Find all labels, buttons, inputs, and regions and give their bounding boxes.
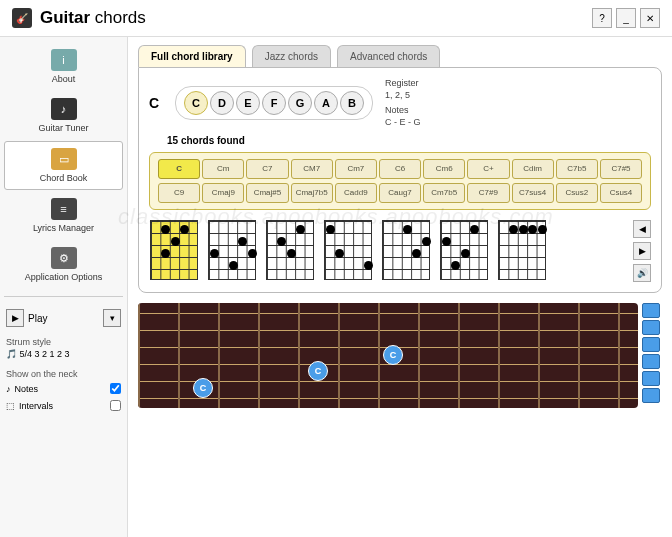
sidebar-item-lyrics[interactable]: ≡Lyrics Manager [4,192,123,239]
intervals-checkbox[interactable] [110,400,121,411]
chord-chip[interactable]: C6 [379,159,421,179]
tab-advanced[interactable]: Advanced chords [337,45,440,67]
tuner-icon: ♪ [51,98,77,120]
lyrics-icon: ≡ [51,198,77,220]
chord-chip[interactable]: Cm6 [423,159,465,179]
tab-full-library[interactable]: Full chord library [138,45,246,67]
book-icon: ▭ [51,148,77,170]
sidebar-item-about[interactable]: iAbout [4,43,123,90]
root-prefix: C [149,95,163,111]
chord-chip[interactable]: Cm7 [335,159,377,179]
fb-string-2[interactable] [642,320,660,335]
root-pill-D[interactable]: D [210,91,234,115]
chord-diagram[interactable] [207,220,257,280]
tab-bar: Full chord library Jazz chords Advanced … [138,45,662,67]
root-pill-G[interactable]: G [288,91,312,115]
fb-string-6[interactable] [642,388,660,403]
chord-diagram[interactable] [439,220,489,280]
sidebar-item-tuner[interactable]: ♪Guitar Tuner [4,92,123,139]
gear-icon: ⚙ [51,247,77,269]
main-panel: Full chord library Jazz chords Advanced … [128,37,672,537]
sidebar-label: Lyrics Manager [33,223,94,233]
sound-button[interactable]: 🔊 [633,264,651,282]
fb-string-4[interactable] [642,354,660,369]
chord-diagram[interactable] [497,220,547,280]
neck-intervals-row[interactable]: ⬚Intervals [4,398,123,413]
fb-string-5[interactable] [642,371,660,386]
root-pill-C[interactable]: C [184,91,208,115]
chord-chip[interactable]: C7#9 [467,183,509,203]
divider [4,296,123,297]
chord-diagrams: ◀▶🔊 [149,220,651,282]
sidebar-label: Guitar Tuner [38,123,88,133]
chord-diagram[interactable] [381,220,431,280]
chord-chip[interactable]: Csus4 [600,183,642,203]
fretboard-section: CCC [138,303,662,408]
chord-meta: Register1, 2, 5 NotesC - E - G [385,78,421,129]
chord-list: CCmC7CM7Cm7C6Cm6C+CdimC7b5C7#5C9Cmaj9Cma… [149,152,651,210]
chord-chip[interactable]: Cadd9 [335,183,377,203]
diagram-nav[interactable]: ▶ [633,242,651,260]
fret-note[interactable]: C [383,345,403,365]
tab-jazz[interactable]: Jazz chords [252,45,331,67]
root-pill-B[interactable]: B [340,91,364,115]
fret-note[interactable]: C [308,361,328,381]
play-label: Play [28,313,47,324]
fretboard[interactable]: CCC [138,303,638,408]
chord-diagram[interactable] [265,220,315,280]
notes-checkbox[interactable] [110,383,121,394]
close-button[interactable]: ✕ [640,8,660,28]
chord-chip[interactable]: Cmaj#5 [246,183,288,203]
help-button[interactable]: ? [592,8,612,28]
fretboard-controls [642,303,662,408]
fb-string-1[interactable] [642,303,660,318]
chord-chip[interactable]: Cdim [512,159,554,179]
sidebar-item-chordbook[interactable]: ▭Chord Book [4,141,123,190]
chord-diagram[interactable] [323,220,373,280]
chord-chip[interactable]: C7#5 [600,159,642,179]
diagram-nav[interactable]: ◀ [633,220,651,238]
chord-chip[interactable]: CM7 [291,159,333,179]
chord-chip[interactable]: C7 [246,159,288,179]
app-icon: 🎸 [12,8,32,28]
chord-diagram[interactable] [149,220,199,280]
chord-chip[interactable]: C+ [467,159,509,179]
sidebar-label: Application Options [25,272,103,282]
neck-notes-row[interactable]: ♪Notes [4,381,123,396]
chord-chip[interactable]: C [158,159,200,179]
results-count: 15 chords found [167,135,651,146]
fret-note[interactable]: C [193,378,213,398]
sidebar-label: About [52,74,76,84]
strum-label: Strum style [4,333,123,347]
chord-panel: C CDEFGAB Register1, 2, 5 NotesC - E - G… [138,67,662,293]
root-pill-A[interactable]: A [314,91,338,115]
root-selector: CDEFGAB [175,86,373,120]
app-title: Guitar chords [40,8,146,28]
chord-chip[interactable]: Caug7 [379,183,421,203]
fb-string-3[interactable] [642,337,660,352]
chord-chip[interactable]: Csus2 [556,183,598,203]
root-pill-F[interactable]: F [262,91,286,115]
chord-chip[interactable]: Cm7b5 [423,183,465,203]
strum-value[interactable]: 🎵 5/4 3 2 1 2 3 [4,349,123,363]
chord-chip[interactable]: C7b5 [556,159,598,179]
play-dropdown[interactable]: ▾ [103,309,121,327]
play-control: ▶ Play ▾ [4,305,123,331]
root-pill-E[interactable]: E [236,91,260,115]
sidebar-item-options[interactable]: ⚙Application Options [4,241,123,288]
chord-chip[interactable]: C9 [158,183,200,203]
sidebar: iAbout ♪Guitar Tuner ▭Chord Book ≡Lyrics… [0,37,128,537]
chord-chip[interactable]: C7sus4 [512,183,554,203]
chord-chip[interactable]: Cmaj9 [202,183,244,203]
chord-chip[interactable]: Cmaj7b5 [291,183,333,203]
play-button[interactable]: ▶ [6,309,24,327]
chord-chip[interactable]: Cm [202,159,244,179]
neck-label: Show on the neck [4,365,123,379]
minimize-button[interactable]: _ [616,8,636,28]
sidebar-label: Chord Book [40,173,88,183]
info-icon: i [51,49,77,71]
